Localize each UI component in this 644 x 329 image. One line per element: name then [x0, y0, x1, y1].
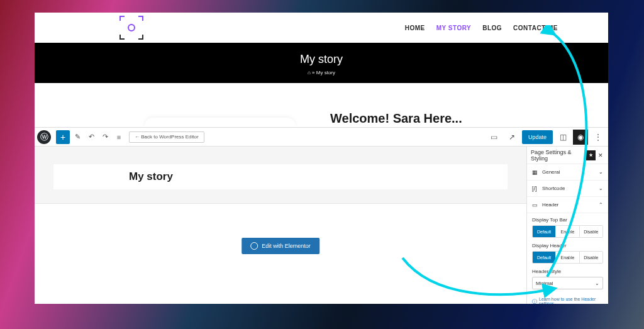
panel-header[interactable]: ▭ Header⌃ [527, 197, 608, 213]
headerstyle-select[interactable]: Minimal⌄ [532, 277, 603, 289]
chevron-down-icon: ⌄ [599, 186, 603, 191]
welcome-heading: Welcome! Sara Here... [330, 111, 462, 126]
panel-shortcode[interactable]: [/] Shortcode⌄ [527, 181, 608, 197]
wp-editor: ⓦ + ✎ ↶ ↷ ≡ ← Back to WordPress Editor ▭… [35, 127, 608, 304]
page-title[interactable]: My story [129, 170, 173, 183]
update-button[interactable]: Update [522, 130, 553, 144]
site-header: HOME MY STORY BLOG CONTACT ME [35, 13, 608, 43]
topbar-disable[interactable]: Disable [579, 226, 602, 237]
topbar-toggle: Default Enable Disable [532, 225, 603, 238]
desktop-preview-icon[interactable]: ▭ [487, 130, 502, 145]
oceanwp-panel-icon[interactable]: ◉ [573, 130, 588, 145]
undo-icon[interactable]: ↶ [85, 131, 97, 143]
editor-content: My story Edit with Elementor [35, 147, 526, 304]
displayheader-label: Display Header [532, 243, 603, 248]
more-options-icon[interactable]: ⋮ [591, 130, 606, 145]
edit-with-elementor-button[interactable]: Edit with Elementor [242, 238, 319, 254]
sidebar-header: Page Settings & Styling ★ ✕ [527, 147, 608, 164]
shortcode-icon: [/] [532, 186, 540, 192]
page-hero: My story » My story [35, 43, 608, 83]
general-icon: ▦ [532, 169, 540, 176]
star-icon[interactable]: ★ [586, 150, 596, 160]
content-main: Edit with Elementor [35, 203, 526, 304]
headerstyle-label: Header Style [532, 269, 603, 274]
hero-title: My story [35, 53, 608, 66]
edit-icon[interactable]: ✎ [71, 131, 84, 143]
wordpress-icon[interactable]: ⓦ [37, 130, 51, 144]
content-gap: Welcome! Sara Here... [35, 83, 608, 127]
breadcrumb-page: My story [316, 70, 335, 75]
topbar-default[interactable]: Default [533, 226, 555, 237]
settings-sidebar: Page Settings & Styling ★ ✕ ▦ General⌄ [… [526, 147, 608, 304]
settings-panel-icon[interactable]: ◫ [555, 130, 570, 145]
nav-home[interactable]: HOME [405, 25, 425, 31]
chevron-up-icon: ⌃ [599, 202, 603, 208]
displayheader-toggle: Default Enable Disable [532, 251, 603, 264]
nav-my-story[interactable]: MY STORY [436, 25, 472, 31]
panel-general[interactable]: ▦ General⌄ [527, 164, 608, 181]
redo-icon[interactable]: ↷ [99, 131, 111, 143]
site-logo[interactable] [119, 16, 143, 40]
outline-icon[interactable]: ≡ [113, 131, 125, 143]
editor-toolbar: ⓦ + ✎ ↶ ↷ ≡ ← Back to WordPress Editor ▭… [35, 128, 608, 147]
add-block-button[interactable]: + [56, 130, 70, 144]
topbar-label: Display Top Bar [532, 217, 603, 223]
breadcrumb: » My story [35, 70, 608, 75]
decorative-pill [145, 118, 296, 128]
close-icon[interactable]: ✕ [597, 152, 604, 159]
home-icon[interactable] [308, 70, 311, 75]
topbar-enable[interactable]: Enable [555, 226, 579, 237]
header-icon: ▭ [532, 202, 540, 208]
nav-blog[interactable]: BLOG [482, 25, 502, 31]
external-link-icon[interactable]: ↗ [504, 130, 519, 145]
chevron-down-icon: ⌄ [599, 169, 603, 175]
displayheader-default[interactable]: Default [533, 252, 555, 263]
nav-contact[interactable]: CONTACT ME [513, 25, 558, 31]
chevron-down-icon: ⌄ [595, 281, 599, 286]
main-nav: HOME MY STORY BLOG CONTACT ME [405, 25, 558, 31]
displayheader-enable[interactable]: Enable [555, 252, 579, 263]
back-to-wordpress-button[interactable]: ← Back to WordPress Editor [129, 131, 204, 143]
displayheader-disable[interactable]: Disable [579, 252, 602, 263]
learn-more-link[interactable]: Learn how to use the Header settings. [527, 294, 608, 304]
